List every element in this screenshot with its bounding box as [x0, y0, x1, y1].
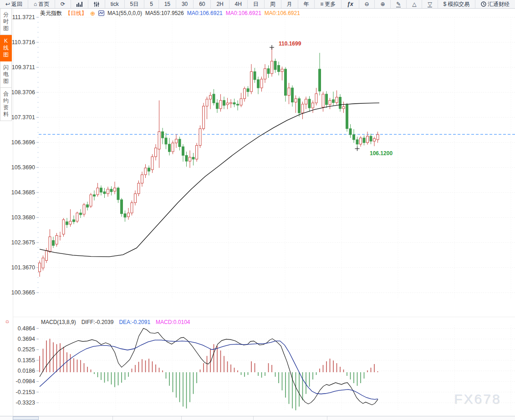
dollar-icon: $	[443, 1, 446, 7]
toolbar-item-period-5d[interactable]: 5日	[125, 0, 145, 8]
scrollbar-handle[interactable]	[13, 416, 39, 420]
sidebar-tab-contract[interactable]: 合约资料	[0, 88, 12, 121]
svg-text:0.0186: 0.0186	[18, 368, 35, 374]
toolbar-item-period-30[interactable]: 30	[176, 0, 194, 8]
high-price-annotation: 110.1699	[279, 40, 301, 47]
toolbar-item-label: 更多	[325, 0, 336, 8]
fx-icon: ƒx	[347, 1, 353, 7]
svg-text:0.1355: 0.1355	[18, 357, 35, 364]
svg-text:104.3685: 104.3685	[11, 189, 35, 196]
sliders-icon	[94, 2, 99, 7]
ma-setting-label: MA1(55,0,0,0)	[107, 10, 142, 16]
toolbar-item-zoom-in[interactable]: ⊕	[375, 0, 391, 8]
toolbar-item-period-5[interactable]: 5	[144, 0, 159, 8]
toolbar-item-period-day[interactable]: 日	[248, 0, 265, 8]
svg-text:108.3706: 108.3706	[11, 89, 35, 96]
back-arrow-icon: ↩	[5, 1, 10, 7]
macd-settings-icon[interactable]: ☼	[5, 318, 10, 324]
toolbar-item-label: 月	[287, 0, 292, 8]
svg-text:-0.0984: -0.0984	[16, 378, 35, 385]
period-label: 【日线】	[65, 10, 87, 17]
top-toolbar: ↩返回⌂首页⟳tick5日51530602H4H日周月年≡更多ƒx⊖⊕✎△▽$模…	[0, 0, 515, 9]
toolbar-item-triangle-down[interactable]: ▽	[422, 0, 438, 8]
toolbar-item-back[interactable]: ↩返回	[0, 0, 28, 8]
macd-header-row: MACD(13,8,9) DIFF:-0.2039 DEA:-0.2091 MA…	[41, 319, 190, 325]
macd-diff-value: DIFF:-0.2039	[82, 319, 114, 325]
toolbar-item-label: 周	[270, 0, 275, 8]
svg-text:-0.2153: -0.2153	[16, 389, 35, 395]
svg-text:101.3670: 101.3670	[11, 264, 35, 271]
macd-name-label: MACD(13,8,9)	[41, 319, 76, 325]
low-price-annotation: 106.1200	[370, 150, 393, 157]
horizontal-scrollbar[interactable]	[0, 416, 515, 420]
svg-text:0.4864: 0.4864	[18, 325, 35, 332]
toolbar-item-period-year[interactable]: 年	[298, 0, 315, 8]
ma55-value: MA55:107.9526	[145, 10, 184, 16]
svg-text:0.3694: 0.3694	[18, 336, 35, 342]
toolbar-item-label: 年	[303, 0, 309, 8]
sidebar-tab-fenshi[interactable]: 分时图	[0, 9, 12, 35]
zoom-out-icon: ⊖	[364, 1, 369, 7]
toolbar-item-zoom-out[interactable]: ⊖	[359, 0, 375, 8]
toolbar-item-label: 5	[150, 1, 153, 7]
scrollbar-divider	[112, 416, 113, 420]
macd-macd-value: MACD:0.0104	[156, 319, 190, 325]
toolbar-item-label: 30	[182, 1, 188, 7]
svg-text:110.3716: 110.3716	[12, 39, 35, 46]
toolbar-item-home[interactable]: ⌂首页	[28, 0, 55, 8]
toolbar-item-period-week[interactable]: 周	[265, 0, 281, 8]
svg-text:111.3721: 111.3721	[12, 14, 35, 20]
chart-type-sidebar: 分时图K线图闪电图合约资料	[0, 9, 12, 121]
symbol-name: 美元指数	[40, 10, 62, 17]
toolbar-item-label: 2H	[216, 1, 223, 7]
toolbar-item-period-2h[interactable]: 2H	[211, 0, 229, 8]
add-indicator-icon[interactable]: ⊕	[90, 10, 95, 17]
pencil-icon: ✎	[396, 1, 401, 7]
toolbar-item-label: 返回	[11, 0, 22, 8]
toolbar-item-period-60[interactable]: 60	[194, 0, 211, 8]
scrollbar-divider	[253, 416, 254, 420]
toolbar-item-more[interactable]: ≡更多	[315, 0, 342, 8]
zoom-in-icon: ⊕	[380, 1, 385, 7]
toolbar-item-period-15[interactable]: 15	[159, 0, 176, 8]
svg-text:103.3680: 103.3680	[11, 214, 35, 221]
home-icon: ⌂	[34, 1, 37, 7]
toolbar-item-huitong-finance[interactable]: 汇通财经	[475, 0, 515, 8]
ma-chart-icon[interactable]	[98, 10, 104, 16]
toolbar-item-period-tick[interactable]: tick	[105, 0, 125, 8]
menu-icon: ≡	[320, 1, 323, 7]
svg-text:102.3675: 102.3675	[11, 239, 35, 246]
svg-text:-0.3323: -0.3323	[16, 400, 35, 406]
sidebar-tab-lightning[interactable]: 闪电图	[0, 61, 12, 88]
scrollbar-divider	[181, 416, 182, 420]
svg-text:106.3696: 106.3696	[11, 139, 35, 146]
toolbar-item-triangle-up[interactable]: △	[407, 0, 422, 8]
toolbar-item-demo-trading[interactable]: $模拟交易	[438, 0, 476, 8]
ma0-magenta-value: MA0:106.6921	[226, 10, 261, 16]
macd-dea-value: DEA:-0.2091	[119, 319, 150, 325]
toolbar-item-period-month[interactable]: 月	[281, 0, 298, 8]
svg-text:0.2525: 0.2525	[18, 346, 35, 353]
toolbar-item-period-4h[interactable]: 4H	[229, 0, 248, 8]
bar-chart-icon	[76, 2, 82, 7]
chart-canvas[interactable]: 111.3721110.3716109.3711108.3706107.3701…	[0, 0, 515, 420]
toolbar-item-label: 15	[164, 1, 170, 7]
triangle-up-icon: △	[412, 1, 416, 7]
toolbar-item-label: tick	[111, 1, 119, 7]
sidebar-tab-kline[interactable]: K线图	[0, 35, 12, 61]
toolbar-item-label: 模拟交易	[448, 0, 469, 8]
triangle-down-line-icon: ▽	[428, 1, 432, 7]
toolbar-item-refresh[interactable]: ⟳	[55, 0, 71, 8]
toolbar-item-label: 首页	[38, 0, 49, 8]
toolbar-item-label: 日	[253, 0, 259, 8]
toolbar-item-label: 4H	[235, 1, 242, 7]
toolbar-item-draw[interactable]: ✎	[391, 0, 407, 8]
toolbar-item-label: 5日	[130, 0, 139, 8]
toolbar-item-fx-indicator[interactable]: ƒx	[342, 0, 359, 8]
circle-logo-icon	[481, 1, 486, 7]
trading-app-window: ↩返回⌂首页⟳tick5日51530602H4H日周月年≡更多ƒx⊖⊕✎△▽$模…	[0, 0, 515, 420]
toolbar-item-label: 60	[199, 1, 205, 7]
svg-text:105.3690: 105.3690	[11, 164, 35, 171]
toolbar-item-indicators[interactable]	[88, 0, 105, 8]
toolbar-item-chart-style[interactable]	[71, 0, 88, 8]
